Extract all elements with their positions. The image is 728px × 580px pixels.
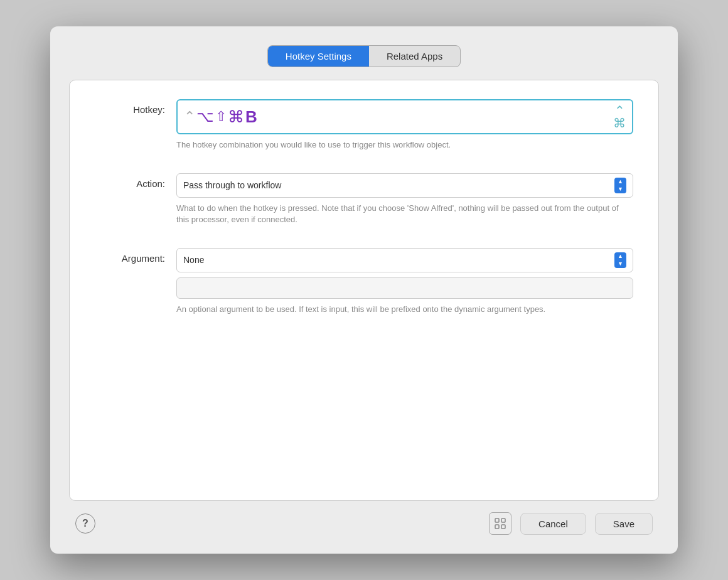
sym-alt-icon: ⌥ bbox=[196, 109, 214, 124]
svg-rect-0 bbox=[495, 518, 499, 522]
hotkey-symbols: ⌃ ⌥ ⇧ ⌘ B bbox=[184, 109, 257, 125]
tab-bar: Hotkey Settings Related Apps bbox=[267, 45, 461, 67]
svg-rect-2 bbox=[495, 525, 499, 529]
hotkey-row: Hotkey: ⌃ ⌥ ⇧ ⌘ B ⌃ ⌘ The hotkey combin bbox=[95, 99, 633, 151]
cancel-button[interactable]: Cancel bbox=[520, 513, 586, 535]
spacer-2 bbox=[95, 237, 633, 248]
action-row: Action: Pass through to workflow ▲ ▼ Wha… bbox=[95, 173, 633, 225]
argument-content: None ▲ ▼ An optional argument to be used… bbox=[176, 248, 633, 315]
argument-value: None bbox=[183, 255, 614, 265]
action-select[interactable]: Pass through to workflow ▲ ▼ bbox=[176, 173, 633, 198]
settings-panel: Hotkey: ⌃ ⌥ ⇧ ⌘ B ⌃ ⌘ The hotkey combin bbox=[69, 80, 659, 501]
action-label: Action: bbox=[95, 173, 176, 189]
svg-rect-1 bbox=[501, 518, 505, 522]
save-button[interactable]: Save bbox=[595, 513, 653, 535]
help-button[interactable]: ? bbox=[75, 513, 95, 534]
sym-cmd-icon: ⌘ bbox=[228, 109, 244, 125]
hotkey-description: The hotkey combination you would like to… bbox=[176, 139, 633, 151]
hotkey-content: ⌃ ⌥ ⇧ ⌘ B ⌃ ⌘ The hotkey combination you… bbox=[176, 99, 633, 151]
argument-select[interactable]: None ▲ ▼ bbox=[176, 248, 633, 272]
argument-row: Argument: None ▲ ▼ An optional argument … bbox=[95, 248, 633, 315]
action-stepper[interactable]: ▲ ▼ bbox=[614, 178, 626, 193]
svg-rect-3 bbox=[501, 525, 505, 529]
tab-hotkey-settings[interactable]: Hotkey Settings bbox=[268, 46, 369, 67]
spacer-1 bbox=[95, 162, 633, 173]
reset-up-icon: ⌃ bbox=[614, 104, 625, 117]
argument-input[interactable] bbox=[176, 277, 633, 299]
tab-related-apps[interactable]: Related Apps bbox=[369, 46, 460, 67]
bottom-bar: ? Cancel Save bbox=[69, 512, 659, 535]
stepper-up-icon: ▲ bbox=[618, 178, 623, 185]
sym-b-key: B bbox=[245, 109, 257, 125]
argument-description: An optional argument to be used. If text… bbox=[176, 304, 633, 315]
hotkey-label: Hotkey: bbox=[95, 99, 176, 115]
dialog: Hotkey Settings Related Apps Hotkey: ⌃ ⌥… bbox=[50, 26, 678, 554]
bottom-right-actions: Cancel Save bbox=[489, 512, 653, 535]
sym-up-icon: ⌃ bbox=[184, 110, 195, 124]
grid-view-button[interactable] bbox=[489, 512, 511, 535]
grid-icon bbox=[494, 517, 506, 530]
action-content: Pass through to workflow ▲ ▼ What to do … bbox=[176, 173, 633, 225]
sym-shift-icon: ⇧ bbox=[215, 110, 227, 124]
hotkey-reset-btn[interactable]: ⌃ ⌘ bbox=[613, 104, 626, 129]
stepper-down-icon: ▼ bbox=[618, 186, 623, 193]
argument-label: Argument: bbox=[95, 248, 176, 264]
action-value: Pass through to workflow bbox=[183, 180, 614, 190]
argument-stepper[interactable]: ▲ ▼ bbox=[614, 252, 626, 268]
stepper-up-icon-2: ▲ bbox=[618, 253, 623, 260]
hotkey-field[interactable]: ⌃ ⌥ ⇧ ⌘ B ⌃ ⌘ bbox=[176, 99, 633, 134]
action-description: What to do when the hotkey is pressed. N… bbox=[176, 203, 633, 225]
stepper-down-icon-2: ▼ bbox=[618, 260, 623, 267]
reset-cmd-icon: ⌘ bbox=[613, 117, 626, 129]
